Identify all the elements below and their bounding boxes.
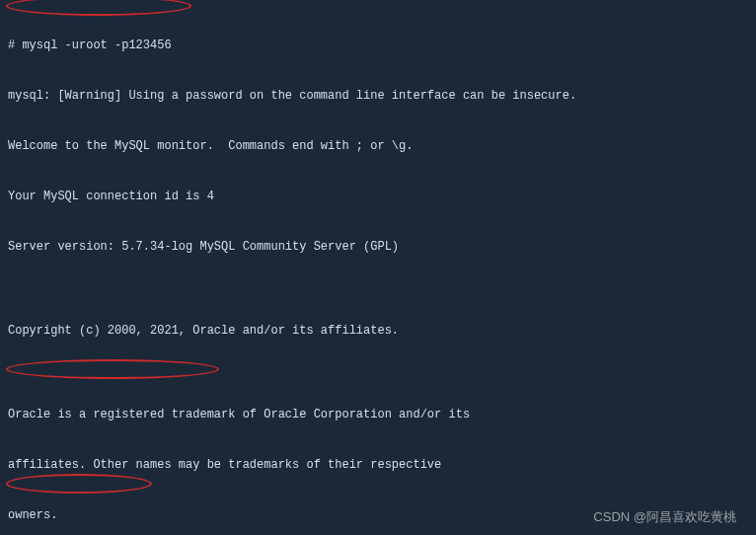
terminal-line: mysql: [Warning] Using a password on the… bbox=[8, 88, 748, 105]
terminal-line: Server version: 5.7.34-log MySQL Communi… bbox=[8, 239, 748, 256]
terminal-window[interactable]: # mysql -uroot -p123456 mysql: [Warning]… bbox=[0, 0, 756, 535]
annotation-circle bbox=[6, 359, 219, 379]
annotation-circle bbox=[6, 0, 191, 16]
annotation-circle bbox=[6, 474, 152, 494]
terminal-line: Welcome to the MySQL monitor. Commands e… bbox=[8, 138, 748, 155]
terminal-line: Your MySQL connection id is 4 bbox=[8, 189, 748, 205]
terminal-line: owners. bbox=[8, 507, 748, 524]
terminal-line: affiliates. Other names may be trademark… bbox=[8, 457, 748, 474]
terminal-line: # mysql -uroot -p123456 bbox=[8, 38, 748, 54]
terminal-line: Oracle is a registered trademark of Orac… bbox=[8, 407, 748, 423]
terminal-line: Copyright (c) 2000, 2021, Oracle and/or … bbox=[8, 323, 748, 340]
